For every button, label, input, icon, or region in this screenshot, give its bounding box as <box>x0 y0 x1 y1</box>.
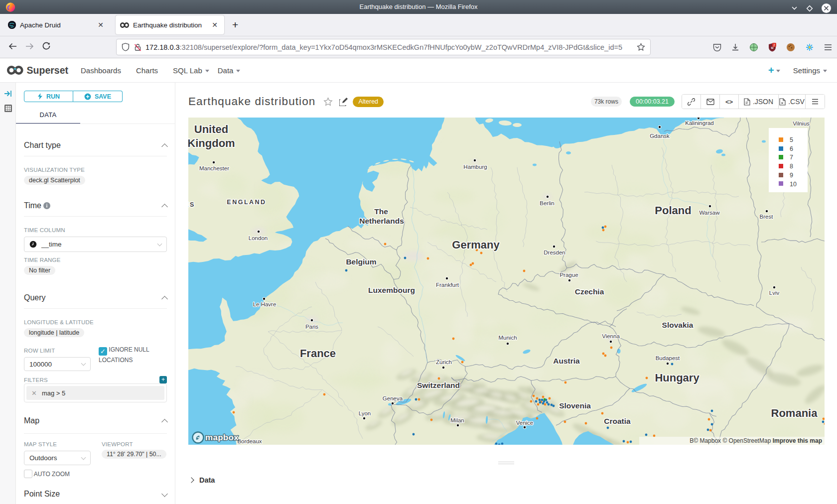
svg-text:Vienna: Vienna <box>602 333 620 339</box>
svg-text:Warsaw: Warsaw <box>699 210 720 216</box>
svg-text:Belgium: Belgium <box>346 257 376 266</box>
svg-text:Lyon: Lyon <box>359 410 371 416</box>
svg-text:United: United <box>194 123 228 135</box>
svg-text:10: 10 <box>790 181 797 188</box>
svg-text:mapbox: mapbox <box>205 433 239 442</box>
svg-text:Berlin: Berlin <box>540 200 554 206</box>
svg-text:ENGLAND: ENGLAND <box>227 199 266 206</box>
svg-text:Luxembourg: Luxembourg <box>368 286 415 294</box>
svg-text:Austria: Austria <box>553 357 580 365</box>
svg-text:Paris: Paris <box>305 324 318 330</box>
svg-text:Kingdom: Kingdom <box>188 137 235 149</box>
svg-text:6: 6 <box>790 145 793 152</box>
svg-text:Kaliningrad: Kaliningrad <box>685 120 714 126</box>
svg-text:9: 9 <box>790 172 793 179</box>
svg-text:Hungary: Hungary <box>655 372 699 384</box>
svg-text:Le Havre: Le Havre <box>253 301 277 307</box>
svg-text:ES: ES <box>188 201 195 208</box>
svg-text:Czechia: Czechia <box>575 287 604 296</box>
svg-text:Brest: Brest <box>760 214 774 220</box>
svg-text:Lviv: Lviv <box>769 290 780 296</box>
svg-text:France: France <box>300 347 336 360</box>
svg-text:Milan: Milan <box>450 417 464 423</box>
svg-text:2: 2 <box>773 43 775 46</box>
svg-text:Bordeaux: Bordeaux <box>237 438 262 444</box>
svg-text:Romania: Romania <box>771 407 818 419</box>
svg-text:Geneva: Geneva <box>383 395 403 401</box>
svg-text:B© Mapbox © OpenStreetMap Impr: B© Mapbox © OpenStreetMap Improve this m… <box>690 437 822 444</box>
svg-text:Budapest: Budapest <box>656 355 680 361</box>
svg-text:Manchester: Manchester <box>199 165 229 171</box>
svg-text:Slovenia: Slovenia <box>559 401 591 410</box>
svg-text:Zurich: Zurich <box>436 359 452 365</box>
svg-text:Gdansk: Gdansk <box>650 133 670 139</box>
svg-text:5: 5 <box>790 136 793 143</box>
svg-text:Slovakia: Slovakia <box>662 321 694 329</box>
svg-text:Poland: Poland <box>655 204 691 217</box>
svg-text:Germany: Germany <box>452 239 500 251</box>
svg-text:Croatia: Croatia <box>604 417 631 425</box>
svg-text:Hamburg: Hamburg <box>463 164 487 170</box>
svg-text:The: The <box>374 207 388 216</box>
svg-text:8: 8 <box>790 163 793 170</box>
svg-text:Frankfurt: Frankfurt <box>436 282 459 288</box>
svg-text:7: 7 <box>790 154 793 161</box>
svg-text:Munich: Munich <box>498 335 517 341</box>
svg-text:Netherlands: Netherlands <box>359 217 404 225</box>
svg-text:Prague: Prague <box>559 272 578 278</box>
svg-text:Venice: Venice <box>516 420 534 426</box>
svg-text:Dresden: Dresden <box>544 250 565 255</box>
svg-text:Switzerland: Switzerland <box>417 381 460 389</box>
svg-text:Vilnius: Vilnius <box>793 121 810 126</box>
svg-text:London: London <box>249 235 268 241</box>
